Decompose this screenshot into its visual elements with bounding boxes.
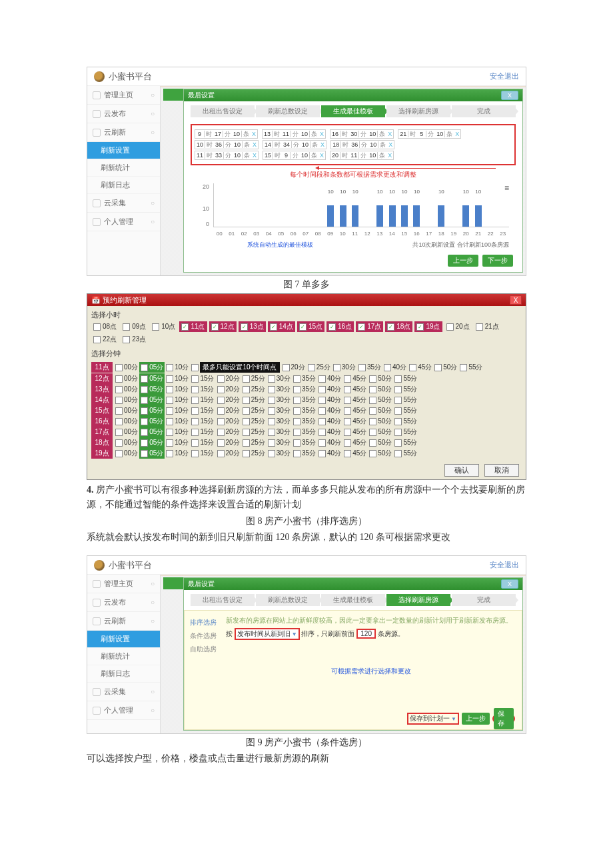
minute-checkbox[interactable]: 00分 (114, 448, 139, 459)
minute-checkbox[interactable]: 30分 (267, 427, 292, 437)
minute-checkbox[interactable]: 30分 (267, 437, 292, 448)
minute-checkbox[interactable]: 10分 (165, 427, 190, 437)
minute-checkbox[interactable]: 35分 (292, 437, 317, 448)
minute-checkbox[interactable]: 10分 (165, 362, 190, 373)
time-cell[interactable]: 13时11分10条X (262, 129, 326, 139)
sidebar-sub-log[interactable]: 刷新日志 (87, 177, 160, 194)
minute-checkbox[interactable]: 50分 (433, 362, 458, 373)
minute-checkbox[interactable]: 20分 (216, 427, 241, 437)
tab-self[interactable]: 自助选房 (190, 643, 223, 656)
hour-checkbox[interactable]: ✓17点 (356, 321, 383, 332)
hour-checkbox[interactable]: ✓14点 (268, 321, 295, 332)
minute-checkbox[interactable]: 45分 (342, 405, 368, 416)
minute-checkbox[interactable]: ✓05分 (139, 448, 165, 459)
minute-checkbox[interactable]: 30分 (267, 395, 292, 405)
hour-checkbox[interactable]: ✓11点 (179, 321, 207, 332)
minute-checkbox[interactable]: 20分 (216, 384, 241, 395)
minute-checkbox[interactable]: 20分 (216, 373, 241, 384)
minute-checkbox[interactable]: 30分 (267, 416, 292, 427)
minute-checkbox[interactable]: 40分 (382, 362, 408, 373)
close-icon[interactable]: X (501, 91, 518, 100)
minute-checkbox[interactable]: 50分 (368, 395, 393, 405)
minute-checkbox[interactable]: 45分 (342, 395, 368, 405)
minute-checkbox[interactable]: 40分 (317, 395, 342, 405)
save-button[interactable]: 保存 (494, 708, 514, 729)
close-icon[interactable]: X (501, 579, 518, 589)
step-3[interactable]: 选择刷新房源 (386, 105, 450, 117)
time-cell[interactable]: 14时34分10条X (263, 140, 326, 149)
time-cell[interactable]: 10时36分10条X (195, 140, 259, 149)
minute-checkbox[interactable]: 25分 (241, 437, 267, 448)
minute-checkbox[interactable]: 最多只能设置10个时间点 (190, 361, 281, 373)
minute-checkbox[interactable]: 15分 (190, 395, 215, 405)
minute-checkbox[interactable]: 15分 (190, 405, 215, 416)
minute-checkbox[interactable]: 40分 (317, 448, 342, 459)
minute-checkbox[interactable]: 30分 (267, 405, 292, 416)
minute-checkbox[interactable]: 10分 (165, 373, 190, 384)
minute-checkbox[interactable]: 50分 (368, 427, 393, 437)
minute-checkbox[interactable]: 25分 (241, 405, 267, 416)
minute-checkbox[interactable]: 50分 (368, 437, 393, 448)
minute-checkbox[interactable]: 55分 (393, 395, 418, 405)
minute-checkbox[interactable]: 40分 (317, 427, 342, 437)
minute-checkbox[interactable]: 25分 (306, 362, 332, 373)
sidebar-item-personal[interactable]: 个人管理○ (87, 701, 160, 720)
minute-checkbox[interactable]: 45分 (342, 437, 368, 448)
minute-checkbox[interactable]: 35分 (292, 427, 317, 437)
step-1[interactable]: 刷新总数设定 (256, 105, 320, 117)
minute-checkbox[interactable]: 20分 (216, 395, 241, 405)
hour-checkbox[interactable]: 10点 (150, 321, 177, 332)
minute-checkbox[interactable]: 25分 (241, 416, 267, 427)
minute-checkbox[interactable]: 15分 (190, 427, 215, 437)
sort-select[interactable]: 发布时间从新到旧▼ (235, 628, 300, 640)
count-input[interactable]: 120 (356, 629, 376, 639)
time-cell[interactable]: 16时30分10条X (330, 129, 394, 139)
sidebar-item-collect[interactable]: 云采集○ (87, 194, 160, 213)
minute-checkbox[interactable]: 40分 (317, 405, 342, 416)
minute-checkbox[interactable]: ✓05分 (139, 405, 165, 416)
minute-checkbox[interactable]: ✓05分 (139, 362, 165, 373)
sidebar-item-refresh[interactable]: 云刷新○ (87, 123, 160, 142)
time-cell[interactable]: 11时33分10条X (195, 151, 259, 160)
minute-checkbox[interactable]: 00分 (114, 362, 139, 373)
sidebar-item-collect[interactable]: 云采集○ (87, 683, 160, 701)
sidebar-sub-settings[interactable]: 刷新设置 (87, 631, 160, 648)
hour-checkbox[interactable]: ✓19点 (414, 321, 442, 332)
minute-checkbox[interactable]: 25分 (241, 448, 267, 459)
sidebar-item-publish[interactable]: 云发布○ (87, 105, 160, 123)
minute-checkbox[interactable]: 35分 (292, 448, 317, 459)
sidebar-item-home[interactable]: 管理主页○ (87, 575, 160, 593)
hour-checkbox[interactable]: 20点 (444, 321, 472, 332)
minute-checkbox[interactable]: 55分 (393, 405, 418, 416)
step-4[interactable]: 完成 (452, 594, 516, 606)
minute-checkbox[interactable]: 30分 (267, 448, 292, 459)
time-cell[interactable]: 21时5分10条X (398, 129, 461, 139)
minute-checkbox[interactable]: 30分 (332, 362, 357, 373)
minute-checkbox[interactable]: 45分 (342, 427, 368, 437)
minute-checkbox[interactable]: 20分 (281, 362, 306, 373)
minute-checkbox[interactable]: 45分 (342, 373, 368, 384)
minute-checkbox[interactable]: 15分 (190, 448, 215, 459)
minute-checkbox[interactable]: 50分 (368, 405, 393, 416)
minute-checkbox[interactable]: 40分 (317, 373, 342, 384)
minute-checkbox[interactable]: 55分 (393, 427, 418, 437)
hour-checkbox[interactable]: ✓12点 (209, 321, 237, 332)
minute-checkbox[interactable]: 35分 (292, 416, 317, 427)
minute-checkbox[interactable]: 25分 (241, 395, 267, 405)
prev-button[interactable]: 上一步 (462, 713, 490, 725)
minute-checkbox[interactable]: 00分 (114, 384, 139, 395)
minute-checkbox[interactable]: 50分 (368, 416, 393, 427)
step-1[interactable]: 刷新总数设定 (256, 594, 320, 606)
sidebar-sub-stats[interactable]: 刷新统计 (87, 648, 160, 665)
time-cell[interactable]: 18时36分10条X (330, 140, 394, 149)
sidebar-sub-settings[interactable]: 刷新设置 (87, 142, 160, 159)
minute-checkbox[interactable]: ✓05分 (139, 373, 165, 384)
minute-checkbox[interactable]: 35分 (292, 373, 317, 384)
minute-checkbox[interactable]: 30分 (267, 384, 292, 395)
sidebar-sub-stats[interactable]: 刷新统计 (87, 159, 160, 177)
step-4[interactable]: 完成 (452, 105, 516, 117)
minute-checkbox[interactable]: 30分 (267, 373, 292, 384)
minute-checkbox[interactable]: 45分 (342, 384, 368, 395)
minute-checkbox[interactable]: 10分 (165, 405, 190, 416)
minute-checkbox[interactable]: 40分 (317, 437, 342, 448)
